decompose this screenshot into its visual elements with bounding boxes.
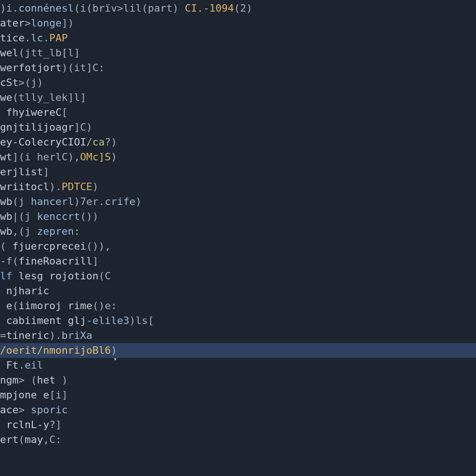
code-token: gnjtilijoagr	[0, 121, 74, 133]
code-line[interactable]: we(tlly_lek]l]	[0, 90, 476, 105]
code-token: (i(brïv>lil(part)	[74, 2, 185, 14]
code-token: lc	[31, 32, 43, 44]
code-token: kenccrt	[37, 211, 80, 222]
code-token: wb	[0, 196, 13, 207]
code-token: .	[25, 32, 31, 44]
code-token: het	[37, 374, 62, 386]
code-token: -	[86, 315, 92, 326]
code-token: iimoroj rime	[19, 300, 93, 311]
code-token: ?)	[105, 136, 117, 148]
code-line[interactable]: ater>longe])	[0, 16, 476, 31]
code-token: (2)	[234, 2, 252, 14]
code-token: -f(	[0, 255, 19, 267]
code-token: (jtt_lb[l]	[19, 47, 80, 59]
code-token: ())	[80, 211, 99, 222]
code-token: ace	[0, 404, 19, 416]
code-line[interactable]: wel(jtt_lb[l]	[0, 46, 476, 60]
code-editor[interactable]: )i.connénesl(i(brïv>lil(part) CI.-1094(2…	[0, 0, 476, 476]
code-line[interactable]: lf lesg rojotion(C	[0, 269, 476, 284]
code-token: ngm	[0, 374, 19, 386]
code-token: :	[74, 225, 80, 237]
code-token: > (	[19, 374, 37, 386]
code-line[interactable]: wb|(j kenccrt())	[0, 209, 476, 224]
code-token: ).	[49, 181, 62, 192]
code-token: longe	[31, 17, 61, 29]
code-token: wriitocl	[0, 181, 49, 192]
code-token: e	[0, 300, 13, 311]
code-token: elile3	[93, 315, 129, 326]
code-token: )	[135, 196, 141, 207]
code-line[interactable]: ( fjuercprecei()),	[0, 239, 476, 254]
code-token: lesg rojotion	[13, 270, 99, 282]
code-token: fjuercprecei	[13, 240, 86, 252]
code-token: rclnL-y	[0, 419, 49, 430]
code-line[interactable]: fhyiwereC[	[0, 105, 476, 120]
code-token: =	[0, 330, 6, 341]
code-token: PAP	[49, 32, 68, 44]
code-token: [i]	[49, 389, 68, 401]
code-line[interactable]: )i.connénesl(i(brïv>lil(part) CI.-1094(2…	[0, 1, 476, 16]
code-token: )	[111, 151, 117, 163]
code-token: sporic	[31, 404, 67, 416]
code-token: erjlist	[0, 166, 43, 178]
code-line[interactable]: tice.lc.PAP	[0, 31, 476, 46]
code-token: )ls[	[129, 315, 154, 326]
code-token: wel	[0, 47, 19, 59]
code-token: crife	[105, 196, 135, 207]
code-line[interactable]: ey-ColecryCIOI/ca?)	[0, 135, 476, 150]
code-token: ](i herlC),	[13, 151, 80, 163]
code-token: )	[61, 374, 67, 386]
code-line[interactable]: wt](i herlC),OMc]S)	[0, 150, 476, 165]
code-token: ,(j	[13, 225, 37, 237]
code-line[interactable]: =tineric).briXa	[0, 328, 476, 343]
code-line[interactable]: cabiiment glj-elile3)ls[	[0, 313, 476, 328]
code-token: lf	[0, 270, 13, 282]
code-token: >	[25, 17, 31, 29]
code-token: )i.	[0, 2, 19, 14]
code-token: eil	[25, 359, 43, 371]
code-line[interactable]: wb(j hancerl)7er.crife)	[0, 194, 476, 209]
code-line[interactable]: rclnL-y?]	[0, 417, 476, 432]
code-line[interactable]: ert(may,C:	[0, 432, 476, 447]
code-line[interactable]: erjlist]	[0, 165, 476, 179]
code-token: Ft	[0, 359, 19, 371]
code-token: ()e:	[93, 300, 117, 311]
code-line[interactable]: njharic	[0, 284, 476, 298]
code-line[interactable]: Ft.eil	[0, 358, 476, 373]
code-token: ert	[0, 434, 19, 445]
code-line[interactable]: wb,(j zepren:	[0, 224, 476, 239]
code-token: wt	[0, 151, 13, 163]
code-token: tineric	[6, 330, 49, 341]
code-line-active[interactable]: /oerit/nmonrijoBl6)▾	[0, 343, 476, 358]
code-token: )	[111, 344, 117, 356]
code-token: >(j)	[19, 77, 43, 88]
code-line[interactable]: ace> sporic	[0, 403, 476, 417]
code-token: ])	[61, 17, 74, 29]
code-token: zepren	[37, 225, 73, 237]
code-token: .	[19, 359, 25, 371]
code-token: wb	[0, 211, 13, 222]
code-token: mpjone e	[0, 389, 49, 401]
code-token: ).	[49, 330, 62, 341]
code-line[interactable]: gnjtilijoagr]C)	[0, 120, 476, 135]
code-line[interactable]: werfotjort)(it]C:	[0, 60, 476, 75]
code-token: fhyiwereC	[0, 106, 61, 118]
code-token: PDTCE	[61, 181, 92, 192]
code-line[interactable]: cSt>(j)	[0, 75, 476, 90]
code-token: we	[0, 92, 13, 103]
code-token: ca	[93, 136, 105, 148]
code-token: ey-ColecryCIOI	[0, 136, 86, 148]
code-token: (	[13, 300, 19, 311]
code-line[interactable]: mpjone e[i]	[0, 388, 476, 403]
chevron-down-icon[interactable]: ▾	[113, 355, 117, 363]
code-token: njharic	[0, 285, 49, 297]
code-token: [	[61, 106, 67, 118]
code-line[interactable]: ngm> (het )	[0, 373, 476, 388]
code-line[interactable]: -f(fineRoacrill]	[0, 254, 476, 269]
code-line[interactable]: wriitocl).PDTCE)	[0, 179, 476, 194]
code-line[interactable]: e(iimoroj rime()e:	[0, 298, 476, 313]
code-token: may	[25, 434, 43, 445]
code-token: (	[19, 434, 25, 445]
code-token: (C	[99, 270, 111, 282]
code-token: hancerl	[31, 196, 74, 207]
